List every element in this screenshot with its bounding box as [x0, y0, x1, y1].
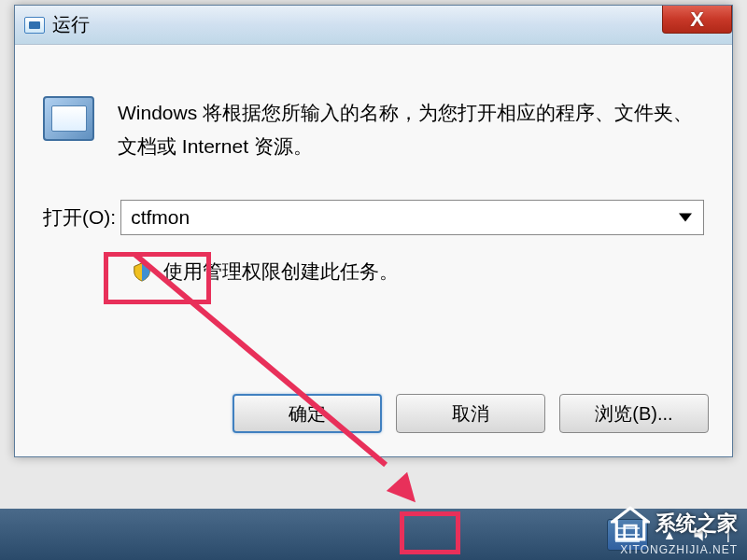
ok-button[interactable]: 确定: [233, 394, 382, 433]
taskbar[interactable]: ▲ |: [0, 509, 747, 560]
titlebar[interactable]: 运行 X: [15, 6, 732, 45]
open-input-value: ctfmon: [131, 206, 190, 229]
open-combobox[interactable]: ctfmon: [120, 200, 704, 235]
run-program-icon: [43, 96, 94, 141]
close-icon: X: [690, 7, 704, 32]
cancel-button[interactable]: 取消: [396, 394, 545, 433]
chevron-down-icon[interactable]: [679, 214, 692, 222]
admin-privilege-text: 使用管理权限创建此任务。: [163, 259, 399, 285]
close-button[interactable]: X: [662, 6, 732, 34]
show-hidden-icons[interactable]: ▲: [655, 509, 684, 560]
volume-icon[interactable]: [684, 509, 719, 560]
annotation-arrow-head: [387, 472, 426, 511]
tray-divider: |: [719, 509, 738, 560]
ime-tray-icon[interactable]: [599, 509, 655, 560]
run-title-icon: [24, 17, 45, 34]
dialog-title: 运行: [52, 12, 90, 37]
dialog-body: Windows 将根据您所输入的名称，为您打开相应的程序、文件夹、文档或 Int…: [15, 45, 732, 456]
dialog-description: Windows 将根据您所输入的名称，为您打开相应的程序、文件夹、文档或 Int…: [118, 96, 704, 162]
shield-icon: [132, 260, 152, 283]
open-label: 打开(O):: [43, 204, 116, 231]
run-dialog: 运行 X Windows 将根据您所输入的名称，为您打开相应的程序、文件夹、文档…: [14, 5, 733, 457]
browse-button[interactable]: 浏览(B)...: [559, 394, 709, 433]
